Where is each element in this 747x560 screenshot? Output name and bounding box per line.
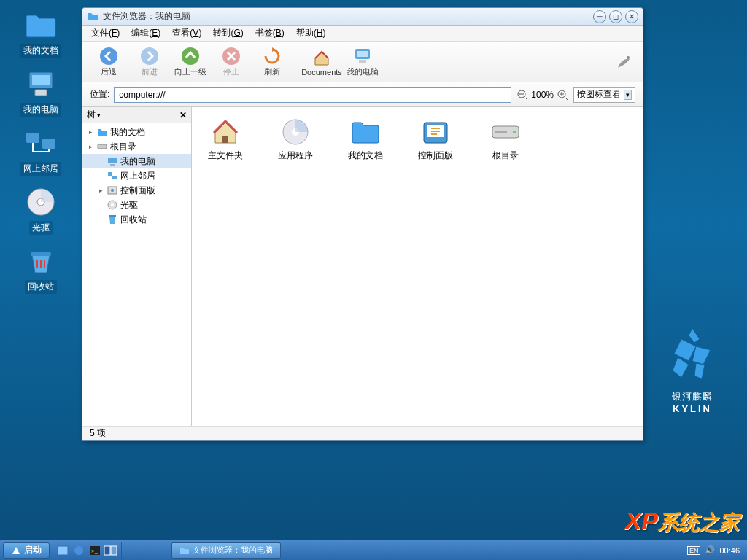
file-applications[interactable]: 应用程序 bbox=[268, 116, 323, 162]
menu-file[interactable]: 文件(F) bbox=[85, 26, 125, 41]
menu-bookmarks[interactable]: 书签(B) bbox=[249, 26, 290, 41]
taskbar: 启动 >_ 文件浏览器：我的电脑 EN 🔊 00:46 bbox=[0, 540, 747, 560]
stop-button[interactable]: 停止 bbox=[211, 46, 252, 77]
svg-rect-47 bbox=[58, 546, 68, 555]
desktop-icon-my-documents[interactable]: 我的文档 bbox=[15, 7, 67, 58]
forward-arrow-icon bbox=[139, 46, 160, 66]
desktop-icon-my-computer[interactable]: 我的电脑 bbox=[15, 66, 67, 117]
back-button[interactable]: 后退 bbox=[88, 46, 129, 77]
folder-icon bbox=[179, 546, 190, 555]
svg-point-44 bbox=[513, 131, 516, 133]
svg-rect-1 bbox=[32, 75, 50, 85]
desktop-icon-label: 我的文档 bbox=[20, 44, 61, 58]
file-my-documents[interactable]: 我的文档 bbox=[338, 116, 393, 162]
trash-icon bbox=[107, 214, 118, 225]
control-panel-icon bbox=[419, 116, 452, 148]
up-button[interactable]: 向上一级 bbox=[170, 46, 211, 77]
throbber-icon bbox=[614, 50, 637, 74]
tree-my-documents[interactable]: ▸我的文档 bbox=[82, 125, 191, 139]
location-input[interactable] bbox=[114, 87, 511, 103]
computer-button[interactable]: 我的电脑 bbox=[342, 46, 383, 77]
documents-button[interactable]: Documents bbox=[301, 47, 342, 77]
zoom-level: 100% bbox=[531, 90, 554, 100]
reload-button[interactable]: 刷新 bbox=[252, 46, 293, 77]
tree-root[interactable]: ▸根目录 bbox=[82, 139, 191, 154]
tray-volume-icon[interactable]: 🔊 bbox=[705, 545, 715, 555]
tree-trash[interactable]: 回收站 bbox=[82, 212, 191, 227]
folder-icon bbox=[23, 7, 58, 42]
expander-icon[interactable]: ▸ bbox=[87, 143, 94, 150]
svg-rect-3 bbox=[26, 133, 39, 143]
sidebar: 树 ▾ ✕ ▸我的文档 ▸根目录 我的电脑 网上邻居 ▸控制面版 光驱 回收站 bbox=[82, 107, 192, 426]
window-title: 文件浏览器：我的电脑 bbox=[103, 10, 593, 23]
svg-point-14 bbox=[141, 47, 158, 65]
computer-icon bbox=[107, 155, 118, 167]
titlebar[interactable]: 文件浏览器：我的电脑 ─ ◻ ✕ bbox=[82, 8, 643, 26]
maximize-button[interactable]: ◻ bbox=[609, 10, 622, 23]
kylin-logo-icon bbox=[659, 321, 725, 386]
start-button[interactable]: 启动 bbox=[3, 542, 50, 559]
toolbar: 后退 前进 向上一级 停止 刷新 Documents 我的电脑 bbox=[82, 42, 643, 82]
ql-terminal[interactable]: >_ bbox=[88, 543, 102, 558]
ql-workspace[interactable] bbox=[104, 543, 118, 558]
menu-help[interactable]: 帮助(H) bbox=[290, 26, 332, 41]
file-home-folder[interactable]: 主文件夹 bbox=[198, 116, 253, 162]
svg-rect-52 bbox=[111, 546, 117, 555]
expander-icon[interactable]: ▸ bbox=[97, 187, 104, 194]
svg-rect-18 bbox=[357, 51, 368, 57]
location-bar: 位置: 100% 按图标查看 ▾ bbox=[82, 82, 643, 107]
close-button[interactable]: ✕ bbox=[625, 10, 638, 23]
zoom-out-button[interactable] bbox=[516, 88, 529, 101]
desktop-icons: 我的文档 我的电脑 网上邻居 光驱 回收站 bbox=[15, 7, 67, 294]
desktop-icon-cdrom[interactable]: 光驱 bbox=[15, 184, 67, 235]
menu-edit[interactable]: 编辑(E) bbox=[125, 26, 166, 41]
computer-icon bbox=[352, 46, 373, 66]
tree-cdrom[interactable]: 光驱 bbox=[82, 198, 191, 212]
tree-network[interactable]: 网上邻居 bbox=[82, 168, 191, 183]
zoom-in-button[interactable] bbox=[556, 88, 569, 101]
view-mode-select[interactable]: 按图标查看 ▾ bbox=[573, 87, 635, 103]
home-icon bbox=[311, 47, 332, 68]
file-root-drive[interactable]: 根目录 bbox=[478, 116, 533, 162]
file-area[interactable]: 主文件夹 应用程序 我的文档 控制面版 根目录 bbox=[192, 107, 643, 426]
menu-go[interactable]: 转到(G) bbox=[207, 26, 249, 41]
drive-icon bbox=[96, 141, 108, 152]
folder-icon bbox=[96, 126, 108, 138]
minimize-button[interactable]: ─ bbox=[593, 10, 606, 23]
svg-rect-31 bbox=[108, 172, 112, 176]
svg-marker-12 bbox=[694, 363, 705, 379]
settings-icon bbox=[107, 184, 118, 196]
svg-rect-38 bbox=[222, 136, 228, 143]
network-icon bbox=[107, 170, 118, 182]
network-icon bbox=[23, 125, 58, 160]
menu-view[interactable]: 查看(V) bbox=[166, 26, 207, 41]
chevron-down-icon[interactable]: ▾ bbox=[97, 112, 101, 119]
ql-browser[interactable] bbox=[71, 543, 86, 558]
window-icon bbox=[87, 11, 98, 23]
sidebar-close-button[interactable]: ✕ bbox=[179, 110, 187, 120]
tray-input-icon[interactable]: EN bbox=[687, 546, 701, 555]
svg-point-13 bbox=[100, 47, 117, 65]
taskbar-task[interactable]: 文件浏览器：我的电脑 bbox=[171, 542, 281, 559]
svg-point-48 bbox=[74, 546, 83, 555]
system-tray: EN 🔊 00:46 bbox=[687, 545, 744, 555]
svg-rect-2 bbox=[35, 90, 47, 96]
ql-show-desktop[interactable] bbox=[55, 543, 70, 558]
location-label: 位置: bbox=[90, 88, 109, 101]
start-icon bbox=[11, 545, 21, 556]
desktop-icon-label: 光驱 bbox=[29, 221, 53, 235]
desktop-icon-recycle-bin[interactable]: 回收站 bbox=[15, 244, 67, 294]
back-arrow-icon bbox=[98, 46, 119, 66]
kylin-name-en: KYLIN bbox=[659, 403, 725, 414]
forward-button[interactable]: 前进 bbox=[129, 46, 170, 77]
file-control-panel[interactable]: 控制面版 bbox=[408, 116, 463, 162]
applications-icon bbox=[279, 116, 311, 148]
tree-my-computer[interactable]: 我的电脑 bbox=[82, 154, 191, 168]
desktop-icon-network[interactable]: 网上邻居 bbox=[15, 125, 67, 176]
svg-text:>_: >_ bbox=[91, 548, 98, 554]
tree-control-panel[interactable]: ▸控制面版 bbox=[82, 183, 191, 198]
svg-rect-4 bbox=[42, 139, 55, 149]
svg-rect-30 bbox=[110, 164, 115, 166]
expander-icon[interactable]: ▸ bbox=[87, 128, 94, 136]
sidebar-title: 树 bbox=[87, 109, 96, 121]
